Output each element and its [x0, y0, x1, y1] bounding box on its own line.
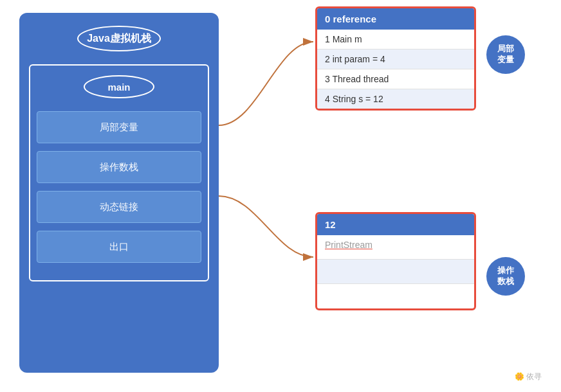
local-vars-row: 局部变量: [37, 111, 201, 143]
main-oval: main: [84, 75, 154, 98]
local-var-row-4: 4 String s = 12: [317, 89, 474, 109]
local-bubble: 局部变量: [486, 35, 525, 74]
local-vars-label: 局部变量: [100, 121, 138, 134]
ops-row-3: [317, 284, 474, 308]
jvm-title-oval: Java虚拟机栈: [77, 26, 161, 51]
watermark: 🌼 依寻: [515, 371, 542, 382]
local-bubble-label: 局部变量: [497, 44, 514, 66]
jvm-title: Java虚拟机栈: [87, 32, 151, 46]
ops-bubble: 操作数栈: [486, 257, 525, 296]
main-frame: main 局部变量 操作数栈 动态链接 出口: [29, 64, 209, 281]
exit-row: 出口: [37, 231, 201, 263]
exit-label: 出口: [109, 241, 129, 253]
local-var-row-1: 1 Main m: [317, 30, 474, 49]
dynamic-link-label: 动态链接: [100, 201, 138, 213]
ops-row-1: PrintStream: [317, 235, 474, 260]
ops-stack-row: 操作数栈: [37, 151, 201, 183]
ops-bubble-label: 操作数栈: [497, 265, 514, 287]
local-var-row-3: 3 Thread thread: [317, 69, 474, 89]
ops-header: 12: [317, 214, 474, 235]
ops-stack-label: 操作数栈: [100, 161, 138, 174]
ops-stack-panel: 12 PrintStream: [315, 212, 476, 310]
local-var-row-2: 2 int param = 4: [317, 49, 474, 69]
arrow-ops: [219, 196, 313, 257]
dynamic-link-row: 动态链接: [37, 191, 201, 223]
arrow-local: [219, 42, 313, 125]
ops-printstream-label: PrintStream: [325, 240, 372, 250]
watermark-text: 🌼 依寻: [515, 372, 542, 381]
jvm-stack: Java虚拟机栈 main 局部变量 操作数栈 动态链接 出口: [19, 13, 219, 373]
local-vars-header: 0 reference: [317, 8, 474, 30]
ops-row-2: [317, 260, 474, 284]
local-vars-panel: 0 reference 1 Main m 2 int param = 4 3 T…: [315, 6, 476, 111]
frame-label: main: [107, 82, 130, 93]
